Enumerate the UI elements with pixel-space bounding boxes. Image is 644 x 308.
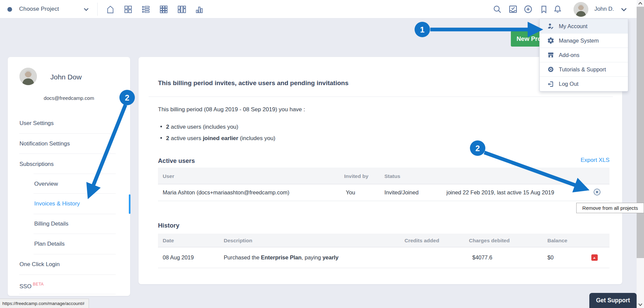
active-users-table-header: User Invited by Status: [158, 168, 609, 184]
billing-period-line: This billing period (08 Aug 2019 - 08 Se…: [158, 106, 305, 113]
bullet-dot: [160, 126, 162, 127]
boards-icon[interactable]: [123, 5, 133, 15]
divider: [19, 153, 116, 154]
cell-charges: $4077.6: [472, 254, 492, 261]
page-scrollbar[interactable]: [637, 0, 644, 308]
scroll-up-icon[interactable]: [637, 0, 644, 7]
sidebar-item-plan-details[interactable]: Plan Details: [34, 240, 65, 248]
top-bar: Choose Project John D.: [0, 0, 644, 18]
add-icon[interactable]: [523, 4, 533, 14]
scroll-down-icon[interactable]: [637, 301, 644, 308]
menu-item-label: Tutorials & Support: [559, 66, 606, 73]
bar-chart-icon[interactable]: [195, 5, 205, 15]
billing-heading: This billing period invites, active user…: [158, 79, 348, 87]
cell-description: Purchased the Enterprise Plan, paying ye…: [224, 254, 338, 261]
topbar-divider: [97, 3, 98, 16]
help-buoy-icon: [547, 66, 554, 73]
user-menu-trigger[interactable]: John D.: [594, 6, 614, 12]
sidebar-item-notification-settings[interactable]: Notification Settings: [19, 140, 70, 148]
sidebar-item-subscriptions[interactable]: Subscriptions: [19, 160, 54, 168]
menu-item-tutorials-support[interactable]: Tutorials & Support: [540, 62, 628, 77]
account-sidebar: John Dow docs@freedcamp.com User Setting…: [8, 57, 130, 296]
sidebar-item-overview[interactable]: Overview: [34, 180, 58, 188]
export-xls-link[interactable]: Export XLS: [576, 157, 609, 164]
menu-item-manage-system[interactable]: Manage System: [540, 34, 628, 48]
bookmark-icon[interactable]: [539, 4, 549, 14]
browser-status-bar: https://freedcamp.com/manage/account#: [0, 299, 89, 308]
cell-date: 08 Aug 2019: [163, 254, 194, 261]
divider: [34, 214, 116, 214]
freedcamp-account-page: Choose Project John D.: [0, 0, 644, 308]
cell-balance: $0: [547, 254, 553, 261]
col-charges-debited: Charges debited: [469, 238, 509, 244]
pdf-icon[interactable]: [591, 254, 598, 261]
col-description: Description: [224, 238, 252, 244]
divider: [19, 294, 116, 294]
user-dropdown-menu: My Account Manage System Add-ons Tutoria…: [539, 19, 628, 91]
active-users-title: Active users: [158, 157, 195, 165]
menu-item-log-out[interactable]: Log Out: [540, 77, 628, 91]
col-balance: Balance: [547, 238, 567, 244]
menu-item-label: My Account: [559, 23, 587, 29]
sidebar-item-billing-details[interactable]: Billing Details: [34, 220, 68, 228]
history-title: History: [158, 222, 179, 229]
col-invited-by: Invited by: [344, 173, 368, 179]
cell-user: Maria Ashton (docs+mariaashton@freedcamp…: [163, 189, 289, 196]
search-icon[interactable]: [492, 4, 502, 14]
divider: [34, 174, 116, 174]
sidebar-user-name: John Dow: [50, 73, 82, 81]
remove-circle-icon[interactable]: [593, 188, 601, 196]
sidebar-user-email: docs@freedcamp.com: [8, 95, 130, 101]
table-row: Maria Ashton (docs+mariaashton@freedcamp…: [158, 184, 609, 201]
active-item-indicator: [129, 194, 130, 214]
menu-item-label: Log Out: [559, 81, 579, 87]
project-dot-icon: [7, 7, 12, 12]
chevron-down-icon[interactable]: [621, 8, 627, 11]
col-user: User: [163, 173, 174, 179]
logout-icon: [547, 80, 554, 88]
sidebar-item-one-click-login[interactable]: One Click Login: [19, 260, 60, 268]
project-selector-label[interactable]: Choose Project: [19, 6, 59, 12]
divider: [19, 274, 116, 275]
scrollbar-thumb[interactable]: [637, 7, 644, 258]
bullet-active-users: 2 active users (includes you): [160, 124, 238, 130]
store-icon: [547, 51, 554, 59]
step1-badge: [415, 22, 430, 37]
beta-badge: BETA: [33, 282, 44, 287]
sidebar-item-invoices-history[interactable]: Invoices & History: [34, 200, 80, 208]
table-row: 08 Aug 2019 Purchased the Enterprise Pla…: [158, 247, 609, 268]
menu-item-label: Add-ons: [559, 52, 579, 58]
bullet-joined-earlier: 2 active users joined earlier (includes …: [160, 135, 275, 142]
col-status: Status: [384, 173, 400, 179]
sidebar-item-sso[interactable]: SSOBETA: [19, 280, 44, 291]
divider: [34, 193, 116, 194]
kanban-icon[interactable]: [177, 5, 187, 15]
step1-number: 1: [420, 25, 424, 34]
notifications-icon[interactable]: [553, 4, 563, 14]
col-credits-added: Credits added: [405, 238, 439, 244]
user-avatar[interactable]: [574, 2, 588, 17]
menu-item-my-account[interactable]: My Account: [540, 19, 628, 34]
chevron-down-icon: [84, 8, 89, 11]
sidebar-avatar: [19, 68, 37, 85]
divider: [34, 234, 116, 234]
tasks-inbox-icon[interactable]: [508, 4, 518, 14]
cell-activity: joined 22 Feb 2019, last active 15 Aug 2…: [446, 189, 554, 196]
divider: [19, 133, 116, 134]
bullet-dot: [160, 137, 162, 139]
user-edit-icon: [547, 22, 554, 30]
get-support-button[interactable]: Get Support: [589, 293, 637, 308]
home-icon[interactable]: [106, 5, 116, 15]
grid-icon[interactable]: [159, 5, 169, 15]
col-date: Date: [163, 238, 174, 244]
gear-icon: [547, 37, 554, 44]
divider: [34, 254, 116, 254]
menu-item-add-ons[interactable]: Add-ons: [540, 48, 628, 62]
cell-status: Invited/Joined: [384, 189, 419, 196]
list-icon[interactable]: [141, 5, 151, 15]
remove-tooltip: Remove from all projects: [576, 203, 644, 213]
history-table-header: Date Description Credits added Charges d…: [158, 234, 609, 247]
menu-item-label: Manage System: [559, 38, 599, 44]
cell-invited-by: You: [346, 189, 355, 196]
sidebar-item-user-settings[interactable]: User Settings: [19, 119, 54, 127]
